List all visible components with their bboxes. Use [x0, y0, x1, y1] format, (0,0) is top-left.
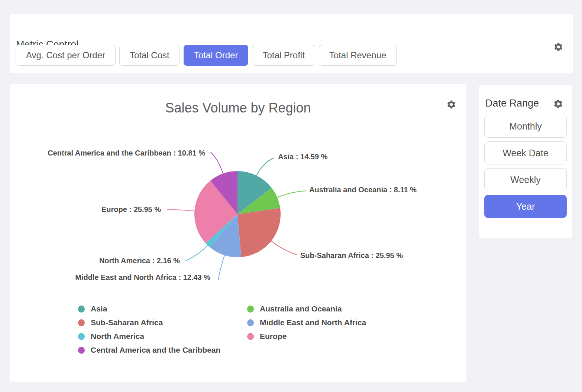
pie-label-line-europe [167, 209, 194, 211]
pie-label-central-america-and-the-caribbean: Central America and the Caribbean : 10.8… [48, 149, 205, 157]
legend-item-europe[interactable]: Europe [247, 332, 366, 340]
date-range-button-weekly[interactable]: Weekly [484, 168, 567, 191]
pie-label-line-north-america [185, 245, 208, 261]
legend-marker-sub-saharan-africa [78, 319, 85, 326]
date-range-button-monthly[interactable]: Monthly [484, 115, 567, 138]
date-range-panel: Date Range MonthlyWeek DateWeeklyYear [479, 85, 572, 238]
legend-label: Sub-Saharan Africa [91, 318, 163, 327]
pie-label-australia-and-oceania: Australia and Oceania : 8.11 % [309, 186, 417, 194]
legend-label: Middle East and North Africa [260, 318, 366, 327]
pie-label-line-central-america-and-the-caribbean [211, 152, 223, 174]
pie-label-europe: Europe : 25.95 % [101, 205, 161, 213]
pie-label-middle-east-and-north-africa: Middle East and North Africa : 12.43 % [75, 273, 210, 281]
legend-item-australia-and-oceania[interactable]: Australia and Oceania [247, 305, 366, 313]
date-range-buttons: MonthlyWeek DateWeeklyYear [484, 115, 567, 218]
pie-slice-sub-saharan-africa[interactable] [237, 208, 281, 257]
gear-icon[interactable] [553, 99, 563, 109]
legend-marker-middle-east-and-north-africa [247, 319, 254, 326]
chart-panel: Sales Volume by Region Asia : 14.59 %Aus… [10, 84, 466, 382]
legend-marker-asia [78, 306, 85, 313]
pie-label-asia: Asia : 14.59 % [278, 153, 328, 161]
legend-marker-north-america [78, 333, 85, 340]
legend-label: Central America and the Caribbean [91, 346, 220, 355]
metric-buttons: Avg. Cost per OrderTotal CostTotal Order… [16, 45, 397, 66]
legend-marker-europe [247, 333, 254, 340]
pie-label-line-middle-east-and-north-africa [218, 255, 224, 280]
date-range-button-year[interactable]: Year [484, 195, 567, 218]
pie-label-north-america: North America : 2.16 % [99, 257, 180, 265]
metric-button-total-order[interactable]: Total Order [184, 45, 249, 66]
legend-item-asia[interactable]: Asia [78, 305, 247, 313]
pie-label-line-australia-and-oceania [277, 191, 306, 197]
metric-button-total-cost[interactable]: Total Cost [119, 45, 180, 66]
gear-icon[interactable] [553, 42, 563, 52]
legend-label: Asia [91, 304, 107, 313]
metric-control-panel: Metric Control Avg. Cost per OrderTotal … [10, 14, 573, 73]
metric-button-total-profit[interactable]: Total Profit [252, 45, 315, 66]
legend-item-central-america-and-the-caribbean[interactable]: Central America and the Caribbean [78, 346, 247, 354]
legend-label: Europe [260, 332, 287, 341]
legend-label: Australia and Oceania [260, 304, 342, 313]
pie-label-line-asia [256, 158, 274, 176]
legend-marker-central-america-and-the-caribbean [78, 347, 85, 354]
legend-item-middle-east-and-north-africa[interactable]: Middle East and North Africa [247, 318, 366, 327]
legend-item-north-america[interactable]: North America [78, 332, 247, 340]
metric-button-total-revenue[interactable]: Total Revenue [319, 45, 397, 66]
legend-marker-australia-and-oceania [247, 306, 254, 313]
date-range-button-week-date[interactable]: Week Date [484, 141, 567, 164]
legend-label: North America [91, 332, 144, 341]
legend-item-sub-saharan-africa[interactable]: Sub-Saharan Africa [78, 318, 247, 327]
chart-legend: AsiaAustralia and OceaniaSub-Saharan Afr… [78, 305, 366, 354]
date-range-title: Date Range [485, 98, 539, 109]
pie-label-line-sub-saharan-africa [271, 241, 297, 255]
metric-button-avg-cost-per-order[interactable]: Avg. Cost per Order [16, 45, 116, 66]
pie-label-sub-saharan-africa: Sub-Saharan Africa : 25.95 % [300, 251, 403, 259]
